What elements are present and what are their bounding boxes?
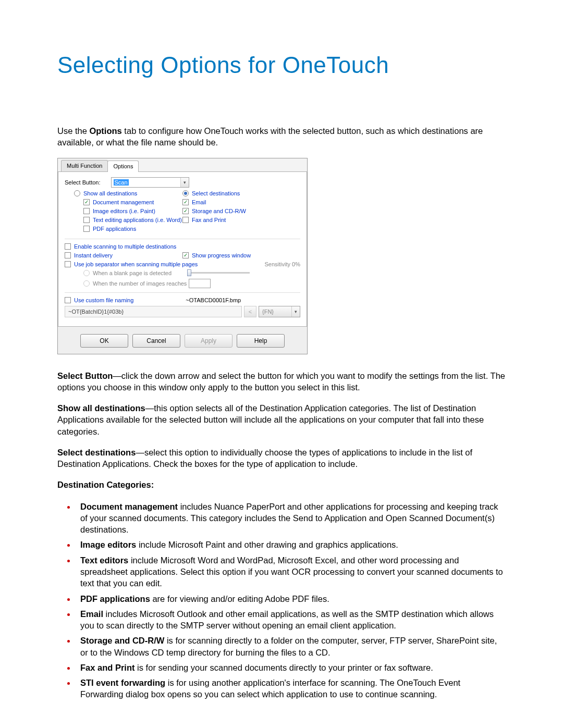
tab-strip: Multi Function Options — [58, 158, 307, 172]
bullet-bold: Storage and CD-R/W — [80, 636, 164, 645]
list-item: Document management includes Nuance Pape… — [76, 500, 506, 536]
list-item: Image editors include Microsoft Paint an… — [76, 538, 506, 550]
cb-custom-file-naming-label: Use custom file naming — [74, 297, 133, 303]
token-combo-value: {FN} — [262, 309, 274, 315]
bullet-bold: Text editors — [80, 556, 128, 565]
select-button-label: Select Button: — [65, 179, 101, 186]
list-item: Storage and CD-R/W is for scanning direc… — [76, 634, 506, 658]
para-show-all-bold: Show all destinations — [57, 403, 145, 413]
bullet-rest: include Microsoft Paint and other drawin… — [136, 540, 398, 549]
options-dialog: Multi Function Options Select Button: Sc… — [57, 158, 308, 354]
chevron-down-icon[interactable]: ▾ — [180, 178, 189, 187]
bullet-rest: includes Microsoft Outlook and other ema… — [80, 609, 494, 630]
token-combo: {FN} ▾ — [259, 306, 300, 317]
cb-instant-delivery[interactable] — [65, 252, 71, 258]
dest-cat-heading: Destination Categories: — [57, 479, 506, 490]
para-select-button: Select Button—click the down arrow and s… — [57, 370, 506, 393]
filename-preview: ~OTABCD0001F.bmp — [186, 297, 241, 303]
radio-blank-page — [83, 270, 90, 276]
bullet-bold: Document management — [80, 502, 178, 511]
cb-show-progress-label: Show progress window — [192, 252, 251, 258]
tab-options[interactable]: Options — [107, 161, 139, 172]
cb-image-editors-label: Image editors (i.e. Paint) — [93, 208, 155, 214]
para-show-all: Show all destinations—this option select… — [57, 402, 506, 437]
cb-enable-multi-dest-label: Enable scanning to multiple destinations — [74, 243, 176, 250]
page-title: Selecting Options for OneTouch — [57, 52, 506, 78]
ok-button[interactable]: OK — [80, 334, 128, 348]
list-item: Email includes Microsoft Outlook and oth… — [76, 608, 506, 632]
cb-storage[interactable] — [182, 208, 189, 214]
list-item: Fax and Print is for sending your scanne… — [76, 661, 506, 673]
sensitivity-slider — [187, 272, 250, 274]
cb-email[interactable] — [182, 199, 189, 205]
cb-doc-mgmt-label: Document management — [93, 199, 154, 205]
chevron-down-icon: ▾ — [291, 306, 300, 317]
separator — [65, 239, 300, 239]
cb-text-editors-label: Text editing applications (i.e. Word) — [93, 217, 182, 223]
list-item: STI event forwarding is for using anothe… — [76, 676, 506, 700]
cb-storage-label: Storage and CD-R/W — [192, 208, 246, 214]
radio-image-count — [83, 280, 90, 287]
cb-email-label: Email — [192, 199, 206, 205]
para-select-button-bold: Select Button — [57, 371, 113, 380]
bullet-bold: STI event forwarding — [80, 678, 165, 687]
image-count-input — [189, 279, 211, 288]
help-button[interactable]: Help — [237, 334, 285, 348]
bullet-bold: Email — [80, 609, 103, 619]
select-button-value: Scan — [114, 179, 129, 186]
radio-show-all[interactable] — [74, 190, 80, 196]
back-button: < — [244, 306, 256, 317]
bullet-rest: is for sending your scanned documents di… — [135, 663, 433, 672]
bullet-bold: Fax and Print — [80, 663, 135, 672]
radio-select-destinations-label: Select destinations — [192, 190, 240, 196]
cb-job-separator-label: Use job separator when scanning multiple… — [74, 261, 198, 267]
para-select-dest: Select destinations—select this option t… — [57, 447, 506, 470]
intro-paragraph: Use the Options tab to configure how One… — [57, 125, 506, 149]
sensitivity-label: Sensitivity 0% — [265, 261, 300, 267]
cb-text-editors[interactable] — [83, 217, 90, 223]
cancel-button[interactable]: Cancel — [132, 334, 180, 348]
tab-multi-function[interactable]: Multi Function — [61, 160, 108, 171]
cb-doc-mgmt[interactable] — [83, 199, 90, 205]
cb-custom-file-naming[interactable] — [65, 297, 71, 303]
list-item: Text editors include Microsoft Word and … — [76, 554, 506, 589]
bullet-rest: include Microsoft Word and WordPad, Micr… — [80, 556, 503, 588]
slider-thumb-icon — [187, 269, 191, 276]
radio-select-destinations[interactable] — [182, 190, 189, 196]
select-button-combo[interactable]: Scan ▾ — [111, 177, 189, 188]
bullet-rest: are for viewing and/or editing Adobe PDF… — [150, 594, 329, 603]
dialog-button-row: OK Cancel Apply Help — [58, 327, 307, 354]
cb-pdf-applications-label: PDF applications — [93, 226, 136, 232]
bullet-bold: PDF applications — [80, 594, 150, 603]
para-select-dest-bold: Select destinations — [57, 448, 136, 457]
cb-pdf-applications[interactable] — [83, 226, 90, 232]
destination-list: Document management includes Nuance Pape… — [57, 500, 506, 700]
apply-button: Apply — [185, 334, 232, 348]
cb-image-editors[interactable] — [83, 208, 90, 214]
cb-job-separator[interactable] — [65, 261, 71, 267]
cb-show-progress[interactable] — [182, 252, 189, 258]
para-select-button-rest: —click the down arrow and select the but… — [57, 371, 505, 392]
cb-instant-delivery-label: Instant delivery — [74, 252, 113, 258]
cb-fax-print[interactable] — [182, 217, 189, 223]
radio-image-count-label: When the number of images reaches — [93, 280, 187, 287]
separator — [65, 292, 300, 293]
list-item: PDF applications are for viewing and/or … — [76, 593, 506, 604]
radio-blank-page-label: When a blank page is detected — [93, 270, 172, 276]
cb-fax-print-label: Fax and Print — [192, 217, 226, 223]
intro-pre: Use the — [57, 126, 89, 135]
custom-name-input: ~OT{BatchID}1{#03b} — [65, 306, 242, 317]
cb-enable-multi-dest[interactable] — [65, 243, 71, 250]
bullet-bold: Image editors — [80, 540, 136, 549]
intro-bold: Options — [89, 126, 121, 135]
radio-show-all-label: Show all destinations — [83, 190, 137, 196]
